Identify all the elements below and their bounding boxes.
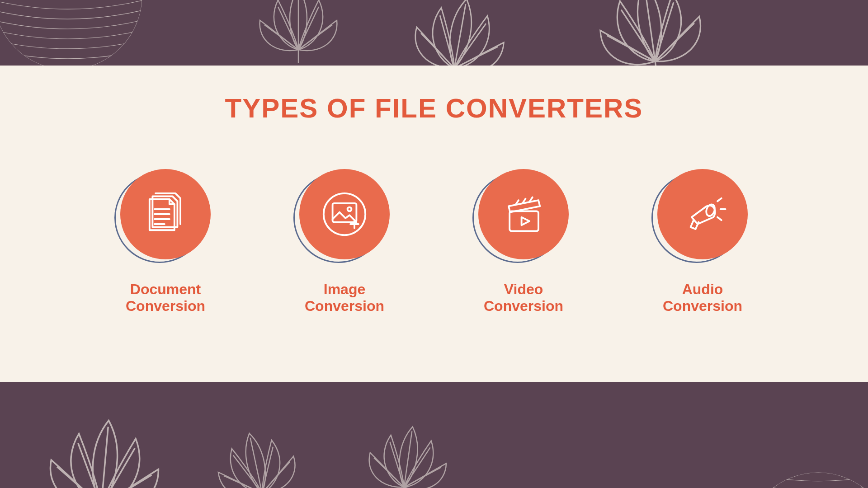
svg-line-22: [717, 198, 722, 202]
clapperboard-icon: [499, 189, 548, 239]
documents-icon: [141, 189, 190, 239]
svg-point-2: [744, 472, 868, 488]
svg-rect-20: [509, 211, 538, 231]
converter-cards-row: Document Conversion: [0, 169, 868, 314]
content-panel: TYPES OF FILE CONVERTERS: [0, 66, 868, 382]
megaphone-icon: [678, 189, 727, 239]
icon-wrap: [655, 169, 750, 264]
svg-point-14: [348, 207, 352, 211]
card-document-conversion: Document Conversion: [102, 169, 229, 314]
icon-wrap: [476, 169, 571, 264]
card-audio-conversion: Audio Conversion: [639, 169, 766, 314]
card-label: Document Conversion: [126, 281, 205, 314]
svg-point-1: [0, 0, 142, 70]
page-title: TYPES OF FILE CONVERTERS: [225, 93, 643, 124]
icon-wrap: [297, 169, 392, 264]
svg-point-12: [324, 193, 365, 235]
image-add-icon: [320, 189, 369, 239]
card-label: Image Conversion: [305, 281, 384, 314]
card-image-conversion: Image Conversion: [281, 169, 408, 314]
svg-line-24: [717, 217, 722, 221]
card-label: Audio Conversion: [663, 281, 742, 314]
icon-wrap: [118, 169, 213, 264]
card-video-conversion: Video Conversion: [460, 169, 587, 314]
card-label: Video Conversion: [484, 281, 563, 314]
